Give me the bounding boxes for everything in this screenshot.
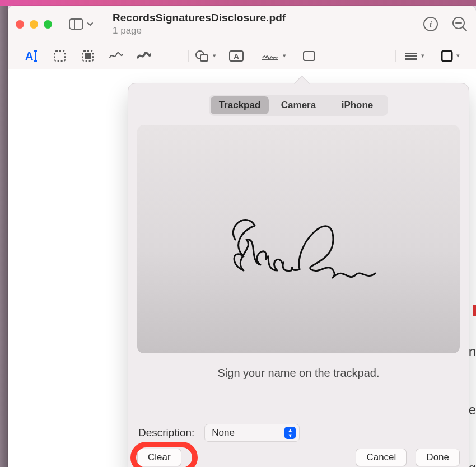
titlebar-right-tools: i — [423, 16, 468, 32]
tab-camera[interactable]: Camera — [269, 96, 328, 114]
document-subtitle: 1 page — [113, 25, 286, 36]
description-row: Description: None ▲▼ — [137, 424, 300, 442]
svg-line-4 — [463, 27, 466, 31]
redact-tool[interactable] — [74, 46, 102, 66]
sign-tool[interactable]: ▾ — [253, 46, 293, 66]
doc-edge-letters: n e g — [469, 344, 476, 467]
svg-text:A: A — [25, 50, 33, 62]
tab-iphone[interactable]: iPhone — [328, 96, 386, 114]
desktop-background-strip — [0, 0, 476, 6]
svg-rect-13 — [200, 55, 208, 61]
svg-rect-0 — [69, 19, 83, 29]
draw-tool[interactable] — [130, 46, 158, 66]
preview-window: RecordsSignaturesDisclosure.pdf 1 page i… — [8, 6, 476, 467]
text-box-tool[interactable]: A — [220, 46, 253, 66]
sketch-tool[interactable] — [102, 46, 130, 66]
svg-rect-17 — [304, 52, 315, 60]
document-title: RecordsSignaturesDisclosure.pdf — [113, 12, 286, 24]
signature-canvas[interactable] — [137, 125, 460, 353]
doc-red-mark — [473, 305, 476, 316]
rectangular-selection-tool[interactable] — [46, 46, 74, 66]
select-stepper-icon: ▲▼ — [284, 427, 296, 439]
zoom-out-button[interactable] — [451, 16, 468, 32]
window-left-shadow — [0, 6, 8, 467]
svg-text:A: A — [234, 52, 239, 61]
popover-button-row: Clear Cancel Done — [137, 449, 460, 466]
signature-hint: Sign your name on the trackpad. — [128, 367, 469, 380]
svg-rect-11 — [85, 53, 91, 59]
titlebar: RecordsSignaturesDisclosure.pdf 1 page i — [8, 6, 476, 43]
title-block: RecordsSignaturesDisclosure.pdf 1 page — [113, 12, 286, 36]
description-select[interactable]: None ▲▼ — [204, 424, 300, 442]
chevron-down-icon — [87, 21, 94, 27]
traffic-lights — [16, 20, 52, 29]
line-style-tool[interactable]: ▾ — [399, 46, 430, 66]
done-button[interactable]: Done — [416, 449, 460, 466]
info-button[interactable]: i — [423, 17, 438, 31]
minimize-window-button[interactable] — [30, 20, 38, 29]
svg-rect-21 — [442, 51, 452, 61]
sidebar-toggle-button[interactable] — [66, 16, 97, 32]
shapes-tool[interactable]: ▾ — [192, 46, 220, 66]
popover-arrow — [294, 76, 310, 91]
note-tool[interactable] — [293, 46, 325, 66]
description-label: Description: — [138, 427, 194, 439]
description-value: None — [212, 427, 235, 438]
border-color-tool[interactable]: ▾ — [435, 46, 466, 66]
text-selection-tool[interactable]: A — [18, 46, 46, 66]
signature-source-segmented-control: Trackpad Camera iPhone — [209, 95, 388, 116]
fullscreen-window-button[interactable] — [44, 20, 52, 29]
markup-toolbar: A ▾ A ▾ — [8, 43, 476, 69]
clear-button[interactable]: Clear — [137, 449, 181, 466]
signature-popover: Trackpad Camera iPhone Sign your name on… — [128, 83, 469, 467]
tab-trackpad[interactable]: Trackpad — [211, 96, 269, 114]
signature-stroke — [216, 209, 384, 310]
close-window-button[interactable] — [16, 20, 24, 29]
cancel-button[interactable]: Cancel — [356, 449, 407, 466]
svg-rect-9 — [55, 51, 65, 61]
document-viewport[interactable]: n e g signature on the Payment Authoriza… — [8, 69, 476, 467]
